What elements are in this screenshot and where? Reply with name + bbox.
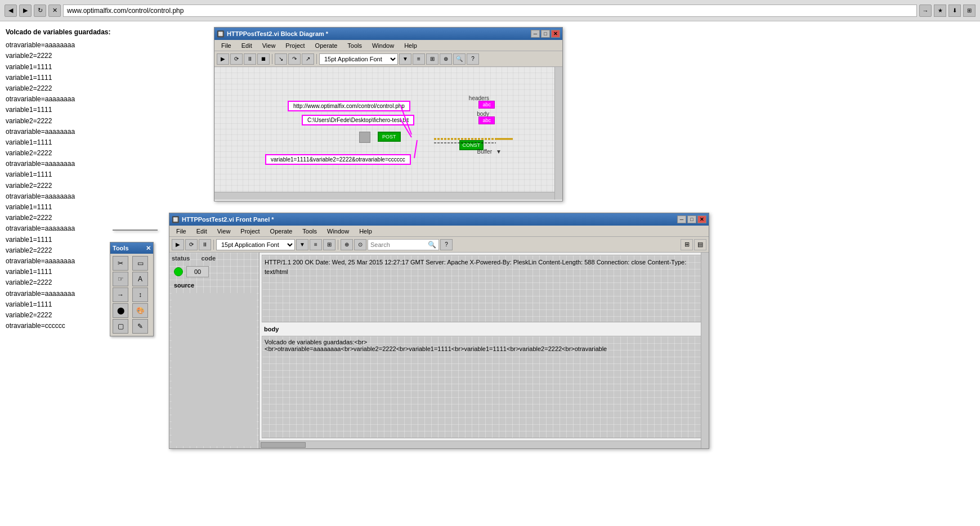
left-text-line: variable2=2222 [6,83,163,94]
tools-grid: ✂ ▭ ☞ A → ↕ ⬤ 🎨 ▢ ✎ [110,254,153,336]
fp-align[interactable]: ≡ [310,239,322,250]
front-panel-icon: 🔲 [172,216,180,223]
diagram-scrollbar-h[interactable] [214,192,554,200]
bd-menu-item[interactable]: Window [368,41,399,50]
fp-tb-run-cont[interactable]: ⟳ [185,239,198,250]
fp-dist[interactable]: ⊞ [323,239,335,250]
tool-rect[interactable]: ▭ [132,256,148,271]
fp-menu-item[interactable]: Tools [298,227,321,236]
left-text-line: otravariable=aaaaaaaa [6,191,163,202]
refresh-button[interactable]: ↻ [34,5,46,17]
search-input[interactable] [370,241,427,248]
tool-custom1[interactable]: ▢ [113,319,128,334]
front-panel-window: 🔲 HTTPPostTest2.vi Front Panel * ─ □ ✕ F… [169,213,709,449]
fp-menu-item[interactable]: Project [236,227,264,236]
tb-run-cont[interactable]: ⟳ [230,53,243,65]
tool-color[interactable]: 🎨 [132,303,148,318]
bd-menu-item[interactable]: View [258,41,280,50]
fp-menu-item[interactable]: Window [323,227,353,236]
fp-scrollbar-v-right[interactable] [701,253,709,448]
fp-tb-4[interactable]: ⊕ [341,239,353,250]
source-area [172,293,257,446]
tools-title-bar: Tools ✕ [110,242,153,254]
left-text-line: variable1=1111 [6,202,163,213]
fp-icon-layout[interactable]: ▤ [694,239,706,250]
tb-step-in[interactable]: ↘ [275,53,287,65]
tb-step-out[interactable]: ↗ [302,53,314,65]
tool-text[interactable]: A [132,272,148,286]
bd-menu-item[interactable]: Help [400,41,422,50]
fp-column-labels: status code [169,253,259,264]
fp-font-down[interactable]: ▼ [296,239,308,250]
bd-menu-item[interactable]: Operate [311,41,342,50]
fp-icon-grid[interactable]: ⊞ [681,239,693,250]
left-text-line: otravariable=aaaaaaaa [6,94,163,105]
bd-menu-item[interactable]: Edit [237,41,257,50]
address-bar[interactable] [63,5,917,17]
fp-font-selector[interactable]: 15pt Application Font [216,239,295,250]
fp-menu-item[interactable]: Operate [266,227,297,236]
browser-chrome: ◀ ▶ ↻ ✕ → ★ ⬇ ⊞ [0,0,980,21]
block-diagram-toolbar: ▶ ⟳ ⏸ ⏹ ↘ ↷ ↗ 15pt Application Font ▼ ≡ … [214,51,562,67]
fp-maximize[interactable]: □ [687,215,696,223]
go-button[interactable]: → [919,5,932,17]
forward-button[interactable]: ▶ [19,5,32,17]
fp-tb-pause[interactable]: ⏸ [199,239,211,250]
fp-menu-item[interactable]: View [213,227,235,236]
buffer-arrow: ▼ [496,149,502,155]
font-selector[interactable]: 15pt Application Font [319,53,398,65]
tb-align[interactable]: ≡ [413,53,425,65]
tb-order[interactable]: ⊕ [440,53,452,65]
body-content: Volcado de variables guardadas:<br><br>o… [265,339,704,352]
tool-cursor[interactable]: ☞ [113,272,128,286]
maximize-button[interactable]: □ [541,30,550,38]
fp-scrollbar-h[interactable] [259,440,701,448]
fp-close[interactable]: ✕ [697,215,706,223]
file-node: C:\Users\DrFede\Desktop\fichero-test.txt [302,115,414,125]
fp-minimize[interactable]: ─ [677,215,686,223]
bd-menu-item[interactable]: Tools [343,41,366,50]
fp-menu-item[interactable]: Help [355,227,377,236]
left-text-line: otravariable=aaaaaaaa [6,223,163,234]
search-icon: 🔍 [428,241,436,249]
headers-box: abc [478,101,495,109]
fp-body-area: Volcado de variables guardadas:<br><br>o… [262,336,706,438]
body-box: abc [478,116,495,124]
tb-step-over[interactable]: ↷ [288,53,301,65]
tool-scissors[interactable]: ✂ [113,256,128,271]
tb-zoom[interactable]: 🔍 [453,53,466,65]
tools-panel: Tools ✕ ✂ ▭ ☞ A → ↕ ⬤ 🎨 ▢ ✎ [110,242,154,336]
block-diagram-icon: 🔲 [217,30,225,38]
tb-abort[interactable]: ⏹ [257,53,270,65]
fp-tb-run[interactable]: ▶ [172,239,184,250]
fp-headers-area: HTTP/1.1 200 OK Date: Wed, 25 Mar 2015 1… [262,255,706,322]
back-button[interactable]: ◀ [5,5,17,17]
fp-menu-item[interactable]: Edit [192,227,212,236]
tool-custom2[interactable]: ✎ [132,319,148,334]
browser-icon-1[interactable]: ★ [934,5,946,17]
minimize-button[interactable]: ─ [531,30,540,38]
bd-menu-item[interactable]: Project [281,41,309,50]
tb-dist[interactable]: ⊞ [426,53,438,65]
fp-tb-5[interactable]: ⊙ [354,239,366,250]
tool-wire[interactable]: → [113,287,128,302]
bd-menu-item[interactable]: File [217,41,236,50]
tb-run[interactable]: ▶ [217,53,229,65]
front-panel-title-bar: 🔲 HTTPPostTest2.vi Front Panel * ─ □ ✕ [169,213,709,226]
browser-icon-2[interactable]: ⬇ [948,5,961,17]
tool-probe[interactable]: ⬤ [113,303,128,318]
tool-scroll[interactable]: ↕ [132,287,148,302]
fp-sep-2 [338,240,338,250]
stop-button[interactable]: ✕ [48,5,61,17]
fp-sep-1 [213,240,214,250]
window-controls: ─ □ ✕ [531,30,560,38]
fp-help[interactable]: ? [440,239,453,250]
close-button[interactable]: ✕ [551,30,560,38]
diagram-scrollbar-v[interactable] [554,67,562,200]
fp-menu-item[interactable]: File [172,227,191,236]
tb-pause[interactable]: ⏸ [244,53,256,65]
tb-font-down[interactable]: ▼ [399,53,411,65]
tools-close[interactable]: ✕ [146,245,151,252]
browser-icon-3[interactable]: ⊞ [963,5,975,17]
tb-help[interactable]: ? [467,53,479,65]
